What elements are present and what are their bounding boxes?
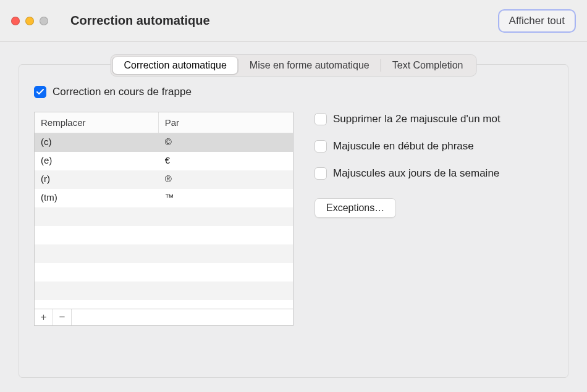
tab-bar: Correction automatique Mise en forme aut… bbox=[111, 54, 477, 77]
cell-replace bbox=[35, 281, 159, 300]
checkbox-icon bbox=[315, 113, 327, 125]
cell-by: © bbox=[159, 133, 293, 152]
table-row[interactable]: (tm)™ bbox=[35, 189, 293, 207]
cell-replace bbox=[35, 300, 159, 309]
table-row[interactable]: (c)© bbox=[35, 133, 293, 152]
cell-by: € bbox=[159, 152, 293, 170]
typing-replace-checkbox[interactable]: Correction en cours de frappe bbox=[34, 86, 294, 98]
cell-replace bbox=[35, 207, 159, 226]
table-footer: + − bbox=[34, 309, 294, 326]
title-bar: Correction automatique Afficher tout bbox=[0, 0, 587, 42]
cell-by bbox=[159, 263, 293, 281]
table-row[interactable] bbox=[35, 226, 293, 244]
double-cap-checkbox[interactable]: Supprimer la 2e majuscule d'un mot bbox=[315, 113, 553, 125]
minus-icon: − bbox=[59, 311, 65, 323]
add-row-button[interactable]: + bbox=[35, 309, 53, 325]
zoom-window-icon[interactable] bbox=[40, 17, 48, 25]
table-row[interactable] bbox=[35, 300, 293, 309]
window-title: Correction automatique bbox=[70, 14, 210, 28]
cell-by: ™ bbox=[159, 189, 293, 207]
cell-by: ® bbox=[159, 170, 293, 189]
cell-replace: (tm) bbox=[35, 189, 159, 207]
replacements-table[interactable]: Remplacer Par (c)©(e)€(r)®(tm)™ bbox=[34, 112, 294, 309]
cell-replace bbox=[35, 244, 159, 263]
cell-replace: (r) bbox=[35, 170, 159, 189]
cell-replace: (e) bbox=[35, 152, 159, 170]
exceptions-button[interactable]: Exceptions… bbox=[315, 198, 396, 218]
checkbox-icon bbox=[34, 86, 46, 98]
column-header-by[interactable]: Par bbox=[159, 112, 293, 133]
cell-by bbox=[159, 207, 293, 226]
table-row[interactable] bbox=[35, 263, 293, 281]
tab-autoformat[interactable]: Mise en forme automatique bbox=[239, 57, 381, 74]
double-cap-label: Supprimer la 2e majuscule d'un mot bbox=[333, 113, 500, 125]
column-header-replace[interactable]: Remplacer bbox=[35, 112, 159, 133]
cell-by bbox=[159, 281, 293, 300]
close-window-icon[interactable] bbox=[11, 17, 20, 25]
plus-icon: + bbox=[41, 311, 47, 323]
content-area: Correction automatique Mise en forme aut… bbox=[0, 42, 587, 392]
remove-row-button[interactable]: − bbox=[53, 309, 72, 325]
minimize-window-icon[interactable] bbox=[25, 17, 34, 25]
cell-replace bbox=[35, 263, 159, 281]
table-row[interactable] bbox=[35, 244, 293, 263]
days-cap-label: Majuscules aux jours de la semaine bbox=[333, 167, 499, 180]
table-row[interactable] bbox=[35, 281, 293, 300]
checkbox-icon bbox=[315, 167, 327, 180]
cell-by bbox=[159, 226, 293, 244]
preferences-group: Correction automatique Mise en forme aut… bbox=[19, 64, 568, 378]
cell-by bbox=[159, 244, 293, 263]
table-row[interactable] bbox=[35, 207, 293, 226]
cell-replace: (c) bbox=[35, 133, 159, 152]
table-row[interactable]: (r)® bbox=[35, 170, 293, 189]
show-all-button[interactable]: Afficher tout bbox=[498, 9, 576, 33]
sentence-cap-label: Majuscule en début de phrase bbox=[333, 140, 474, 152]
tab-text-completion[interactable]: Text Completion bbox=[381, 57, 475, 74]
cell-by bbox=[159, 300, 293, 309]
tab-autocorrect[interactable]: Correction automatique bbox=[113, 57, 238, 74]
sentence-cap-checkbox[interactable]: Majuscule en début de phrase bbox=[315, 140, 553, 152]
table-header: Remplacer Par bbox=[35, 112, 293, 133]
typing-replace-label: Correction en cours de frappe bbox=[53, 86, 192, 98]
table-row[interactable]: (e)€ bbox=[35, 152, 293, 170]
traffic-lights bbox=[11, 17, 48, 25]
days-cap-checkbox[interactable]: Majuscules aux jours de la semaine bbox=[315, 167, 553, 180]
checkbox-icon bbox=[315, 140, 327, 152]
cell-replace bbox=[35, 226, 159, 244]
